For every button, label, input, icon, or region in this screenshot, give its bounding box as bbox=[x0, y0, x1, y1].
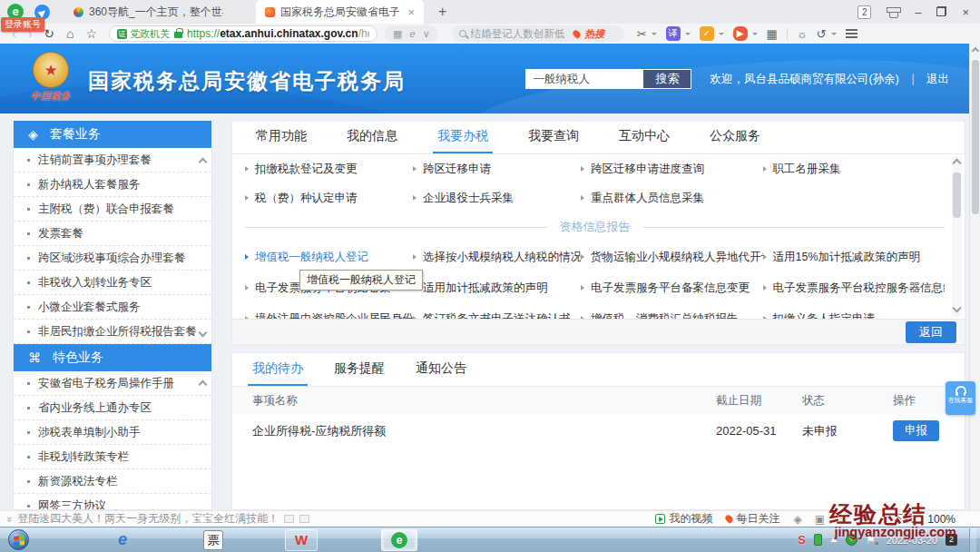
qr-grid-icon[interactable]: ▦ bbox=[393, 28, 402, 40]
sidebar-item[interactable]: 非税收入划转业务专区 bbox=[14, 271, 211, 295]
collapse-icon[interactable]: » bbox=[5, 516, 15, 521]
skin-icon[interactable] bbox=[887, 6, 899, 17]
sidebar-item[interactable]: 安徽省电子税务局操作手册 bbox=[14, 371, 211, 396]
sidebar-item[interactable]: 新办纳税人套餐服务 bbox=[14, 172, 211, 197]
sidebar-item[interactable]: 涉税表单填制小助手 bbox=[14, 420, 211, 445]
new-tab-button[interactable]: + bbox=[438, 4, 446, 20]
start-button[interactable] bbox=[8, 529, 29, 550]
function-link[interactable]: 跨区迁移申请 bbox=[413, 154, 581, 183]
function-link[interactable]: 货物运输业小规模纳税人异地代开专票备... bbox=[581, 242, 762, 272]
zoom-level[interactable]: 100% bbox=[927, 513, 956, 526]
function-link[interactable]: 电子发票服务平台税控服务器信息维护 bbox=[763, 272, 945, 303]
sidebar-item[interactable]: 小微企业套餐式服务 bbox=[14, 295, 211, 320]
address-bar[interactable]: 证 党政机关 https://etax.anhui.chinatax.gov.c… bbox=[109, 25, 377, 42]
function-link[interactable]: 增值税一般纳税人登记 bbox=[245, 242, 413, 272]
input-method-icon[interactable]: S bbox=[798, 533, 806, 547]
daily-focus-item[interactable]: 每日关注 bbox=[726, 511, 779, 527]
security-shield-icon[interactable]: ✓ bbox=[700, 26, 714, 41]
function-link[interactable]: 适用15%加计抵减政策的声明 bbox=[763, 242, 945, 272]
download-item[interactable]: ↓下载 bbox=[883, 511, 914, 527]
browser-taskbar-button[interactable]: e bbox=[381, 529, 417, 551]
my-videos-item[interactable]: 我的视频 bbox=[655, 511, 712, 527]
panel-scrollbar[interactable] bbox=[952, 156, 962, 317]
history-undo-icon[interactable]: ↺ bbox=[817, 27, 827, 41]
main-tab[interactable]: 公众服务 bbox=[710, 128, 760, 153]
scrollbar-thumb[interactable] bbox=[972, 60, 979, 214]
image-icon[interactable]: ▣ bbox=[815, 513, 825, 526]
function-link[interactable]: 签订税务文书电子送达确认书 bbox=[413, 303, 581, 319]
function-link[interactable]: 企业退役士兵采集 bbox=[413, 183, 581, 212]
shield-icon[interactable]: ◈ bbox=[793, 513, 801, 526]
scroll-up-icon[interactable] bbox=[953, 159, 962, 168]
function-link[interactable]: 扣缴税款登记及变更 bbox=[245, 154, 413, 183]
site-search-input[interactable] bbox=[525, 69, 643, 89]
main-tab[interactable]: 我要办税 bbox=[437, 128, 488, 153]
scrollbar-thumb[interactable] bbox=[953, 172, 961, 218]
clock-date[interactable]: 2022-03-20 bbox=[887, 535, 937, 546]
function-link[interactable]: 税（费）种认定申请 bbox=[245, 183, 413, 212]
site-search-button[interactable]: 搜索 bbox=[643, 69, 691, 89]
games-icon[interactable]: ▶ bbox=[733, 26, 748, 41]
function-link[interactable]: 重点群体人员信息采集 bbox=[581, 183, 762, 212]
tab-count-badge[interactable]: 2 bbox=[858, 5, 871, 19]
function-link[interactable]: 适用加计抵减政策的声明 bbox=[413, 272, 581, 303]
sidebar-item[interactable]: 发票套餐 bbox=[14, 222, 211, 246]
menu-icon[interactable] bbox=[846, 29, 858, 38]
minimize-button[interactable]: – bbox=[915, 6, 921, 18]
main-tab[interactable]: 常用功能 bbox=[256, 128, 307, 153]
ad-thumbnail[interactable] bbox=[299, 515, 309, 523]
show-desktop-button[interactable] bbox=[969, 528, 976, 552]
function-link[interactable]: 职工名册采集 bbox=[763, 154, 945, 183]
hidden-icons-arrow[interactable] bbox=[830, 537, 838, 542]
close-button[interactable]: × bbox=[962, 6, 969, 18]
sidebar-item[interactable]: 网签三方协议 bbox=[14, 494, 211, 510]
reader-icon[interactable]: e bbox=[410, 28, 416, 39]
todo-tab[interactable]: 我的待办 bbox=[252, 360, 303, 386]
browser-search-box[interactable]: 结婚登记人数创新低 热搜 bbox=[452, 25, 624, 42]
refresh-icon[interactable]: ↻ bbox=[44, 27, 54, 40]
ad-text[interactable]: 登陆送四大美人！两天一身无级别，宝宝全红满技能！ bbox=[17, 511, 279, 527]
page-scrollbar[interactable] bbox=[969, 44, 980, 510]
translate-icon[interactable]: 译 bbox=[666, 26, 681, 41]
share-icon[interactable]: ✈ bbox=[861, 513, 870, 526]
online-service-button[interactable]: 在线客服 bbox=[946, 381, 975, 415]
main-tab[interactable]: 互动中心 bbox=[619, 128, 670, 153]
todo-tab[interactable]: 服务提醒 bbox=[334, 360, 385, 386]
restore-button[interactable] bbox=[936, 6, 946, 18]
main-tab[interactable]: 我的信息 bbox=[347, 128, 397, 153]
screenshot-scissors-icon[interactable]: ✂ bbox=[637, 27, 647, 41]
bookmark-star-icon[interactable]: ☆ bbox=[86, 27, 98, 40]
home-icon[interactable]: ⌂ bbox=[66, 27, 74, 40]
browser-tab-nav[interactable]: 360导航_一个主页，整个世界 bbox=[64, 0, 232, 24]
action-center-flag-icon[interactable]: ⚑× bbox=[866, 535, 876, 546]
chevron-down-icon[interactable]: ∨ bbox=[423, 28, 430, 40]
scroll-down-icon[interactable] bbox=[953, 304, 962, 313]
sidebar-item[interactable]: 注销前置事项办理套餐 bbox=[14, 148, 211, 172]
function-link[interactable]: 增值税、消费税汇总纳税报告 bbox=[581, 303, 762, 319]
function-link[interactable]: 扣缴义务人指定申请 bbox=[763, 303, 945, 319]
back-button[interactable]: 返回 bbox=[906, 321, 956, 343]
sidebar-item[interactable]: 新资源税法专栏 bbox=[14, 469, 211, 494]
sidebar-item[interactable]: 非税划转政策专栏 bbox=[14, 445, 211, 469]
function-link[interactable]: 跨区迁移申请进度查询 bbox=[581, 154, 762, 183]
ad-thumbnail[interactable] bbox=[284, 515, 294, 523]
wps-taskbar-button[interactable]: W bbox=[285, 529, 318, 551]
login-account-badge[interactable]: 登录账号 bbox=[1, 17, 44, 32]
todo-tab[interactable]: 通知公告 bbox=[416, 360, 466, 386]
function-link[interactable]: 选择按小规模纳税人纳税的情况说明 bbox=[413, 242, 581, 272]
scroll-up-icon[interactable] bbox=[971, 47, 978, 54]
main-tab[interactable]: 我要查询 bbox=[528, 128, 579, 153]
function-link[interactable]: 电子发票服务平台备案信息变更 bbox=[581, 272, 762, 303]
declare-button[interactable]: 申报 bbox=[893, 420, 939, 441]
function-link[interactable]: 境外注册中资控股企业居民身份认定 bbox=[245, 303, 413, 319]
battery-icon[interactable] bbox=[814, 534, 822, 546]
logout-link[interactable]: 退出 bbox=[926, 72, 949, 87]
sidebar-section-featured[interactable]: ⌘ 特色业务 bbox=[14, 344, 211, 371]
sidebar-item[interactable]: 主附税（费）联合申报套餐 bbox=[14, 197, 211, 222]
smiley-icon[interactable]: ☺ bbox=[838, 513, 848, 526]
sidebar-section-packages[interactable]: ◈ 套餐业务 bbox=[14, 121, 211, 148]
mode-sun-icon[interactable]: ☼ bbox=[797, 27, 808, 41]
invoice-app-icon[interactable]: 票 bbox=[203, 530, 223, 550]
apps-grid-icon[interactable]: ▦ bbox=[767, 27, 778, 41]
browser-tab-active[interactable]: 国家税务总局安徽省电子税务局 × bbox=[256, 0, 424, 24]
